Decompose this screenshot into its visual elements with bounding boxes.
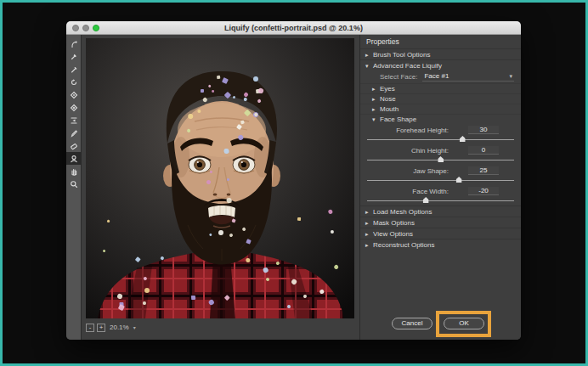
disclosure-triangle-icon: ▸ <box>365 231 373 237</box>
zoom-in-button[interactable]: + <box>97 324 105 332</box>
face-shape-slider: Forehead Height: 30 <box>360 124 521 143</box>
cancel-button[interactable]: Cancel <box>392 318 433 329</box>
smooth-tool[interactable] <box>66 63 82 76</box>
portrait-illustration <box>86 38 354 318</box>
push-left-tool[interactable] <box>66 114 82 127</box>
dialog-body: - + 20.1% ▾ Properties ▸ Brush Tool Opti… <box>66 35 521 340</box>
confetti-piece <box>210 170 212 172</box>
confetti-piece <box>191 296 195 300</box>
section-label: Brush Tool Options <box>373 51 430 59</box>
canvas-area: - + 20.1% ▾ <box>82 35 359 340</box>
disclosure-triangle-icon: ▸ <box>365 209 373 215</box>
slider-label: Chin Height: <box>367 147 449 155</box>
slider-track[interactable] <box>367 155 514 163</box>
section-face-shape[interactable]: ▾ Face Shape <box>360 114 521 124</box>
screenshot-frame: Liquify (confetti-portrait.psd @ 20.1%) <box>0 0 588 366</box>
section-eyes[interactable]: ▸ Eyes <box>360 83 521 93</box>
select-face-row: Select Face: Face #1 ▾ <box>360 70 521 83</box>
zoom-dropdown-icon[interactable]: ▾ <box>133 324 136 330</box>
freeze-mask-tool[interactable] <box>66 127 82 139</box>
disclosure-triangle-icon: ▸ <box>365 220 373 226</box>
thaw-mask-tool[interactable] <box>66 139 82 152</box>
slider-value-field[interactable]: 30 <box>468 126 499 134</box>
slider-track[interactable] <box>367 176 514 183</box>
slider-value-field[interactable]: 0 <box>468 146 499 155</box>
confetti-piece <box>223 149 229 154</box>
slider-value-field[interactable]: -20 <box>468 187 499 195</box>
zoom-level: 20.1% <box>110 324 129 331</box>
pucker-tool[interactable] <box>66 88 82 101</box>
slider-thumb[interactable] <box>423 197 429 203</box>
slider-track[interactable] <box>367 196 514 204</box>
disclosure-triangle-icon: ▸ <box>365 52 373 58</box>
chevron-down-icon: ▾ <box>509 73 512 80</box>
slider-track[interactable] <box>367 135 514 143</box>
liquify-dialog: Liquify (confetti-portrait.psd @ 20.1%) <box>66 21 521 340</box>
confetti-piece <box>201 89 204 93</box>
reconstruct-tool[interactable] <box>66 50 82 63</box>
slider-thumb[interactable] <box>456 177 462 183</box>
disclosure-triangle-icon: ▸ <box>372 96 380 102</box>
bloat-tool[interactable] <box>66 101 82 114</box>
liquify-toolbar <box>66 35 82 340</box>
section-label: Load Mesh Options <box>373 208 432 216</box>
slider-label: Forehead Height: <box>367 127 449 134</box>
slider-thumb[interactable] <box>460 136 466 142</box>
forward-warp-tool[interactable] <box>66 37 82 50</box>
properties-header: Properties <box>360 35 521 48</box>
slider-track-line <box>367 200 514 201</box>
bloat-icon <box>70 104 78 112</box>
section-advanced-face-liquify[interactable]: ▾ Advanced Face Liquify <box>360 59 521 70</box>
section-reconstruct-options[interactable]: ▸ Reconstruct Options <box>360 239 521 250</box>
canvas-statusbar: - + 20.1% ▾ <box>86 323 136 332</box>
face-shape-sliders: Forehead Height: 30 Chin Height: 0 Jaw S… <box>360 124 521 204</box>
slider-label: Face Width: <box>367 188 449 195</box>
section-label: View Options <box>373 230 413 238</box>
face-tool[interactable] <box>66 152 82 165</box>
twirl-clockwise-tool[interactable] <box>66 76 82 88</box>
slider-thumb[interactable] <box>438 156 444 162</box>
slider-value-field[interactable]: 25 <box>468 166 499 175</box>
section-brush-tool-options[interactable]: ▸ Brush Tool Options <box>360 48 521 59</box>
section-view-options[interactable]: ▸ View Options <box>360 228 521 239</box>
slider-label: Jaw Shape: <box>367 167 449 175</box>
face-icon <box>70 155 78 163</box>
thaw-mask-icon <box>70 142 78 150</box>
face-shape-slider: Chin Height: 0 <box>360 144 521 163</box>
disclosure-triangle-icon: ▾ <box>365 63 373 69</box>
zoom-tool[interactable] <box>66 177 82 190</box>
freeze-mask-icon <box>70 129 78 138</box>
zoom-out-button[interactable]: - <box>86 324 94 332</box>
hand-icon <box>70 167 78 176</box>
pucker-icon <box>70 91 78 99</box>
section-label: Mouth <box>380 105 399 113</box>
forward-warp-icon <box>70 40 78 48</box>
hand-tool[interactable] <box>66 165 82 177</box>
section-label: Reconstruct Options <box>373 241 434 249</box>
disclosure-triangle-icon: ▸ <box>372 106 380 112</box>
slider-track-line <box>367 180 514 181</box>
ok-button[interactable]: OK <box>444 318 484 329</box>
section-mask-options[interactable]: ▸ Mask Options <box>360 217 521 228</box>
properties-panel: Properties ▸ Brush Tool Options ▾ Advanc… <box>359 35 521 340</box>
section-nose[interactable]: ▸ Nose <box>360 93 521 104</box>
select-face-dropdown[interactable]: Face #1 ▾ <box>422 72 514 82</box>
window-title: Liquify (confetti-portrait.psd @ 20.1%) <box>66 21 521 35</box>
select-face-value: Face #1 <box>424 72 449 80</box>
dialog-titlebar[interactable]: Liquify (confetti-portrait.psd @ 20.1%) <box>66 21 521 35</box>
dialog-footer: Cancel OK <box>360 318 521 331</box>
push-left-icon <box>70 116 78 125</box>
smooth-icon <box>70 65 78 74</box>
section-load-mesh-options[interactable]: ▸ Load Mesh Options <box>360 206 521 217</box>
portrait-photo[interactable] <box>86 38 354 318</box>
disclosure-triangle-icon: ▸ <box>372 86 380 92</box>
zoom-icon <box>70 180 78 189</box>
section-mouth[interactable]: ▸ Mouth <box>360 104 521 114</box>
twirl-clockwise-icon <box>70 78 78 87</box>
disclosure-triangle-icon: ▾ <box>372 116 380 122</box>
reconstruct-icon <box>70 53 78 61</box>
select-face-label: Select Face: <box>380 73 417 81</box>
section-label: Advanced Face Liquify <box>373 62 442 70</box>
face-shape-slider: Face Width: -20 <box>360 185 521 204</box>
section-label: Mask Options <box>373 219 415 227</box>
